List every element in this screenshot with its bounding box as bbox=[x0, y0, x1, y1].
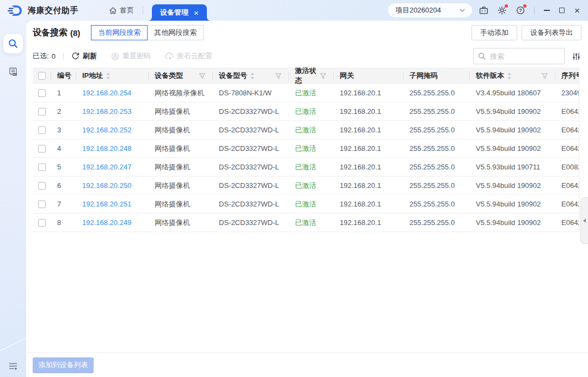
cell-serial: E0642 bbox=[555, 126, 579, 134]
segment-current-subnet[interactable]: 当前网段搜索 bbox=[91, 25, 148, 40]
column-divider bbox=[51, 72, 51, 80]
ip-link[interactable]: 192.168.20.253 bbox=[82, 107, 131, 115]
cell-serial: E0642 bbox=[555, 200, 579, 208]
cell-num: 3 bbox=[51, 126, 76, 134]
add-to-device-list-button[interactable]: 添加到设备列表 bbox=[33, 357, 94, 373]
arrow-left-icon bbox=[583, 218, 586, 223]
cell-text: 已激活 bbox=[295, 162, 316, 172]
minimize-button[interactable] bbox=[539, 3, 554, 18]
manual-add-button[interactable]: 手动添加 bbox=[471, 25, 517, 40]
column-label: 网关 bbox=[340, 71, 354, 81]
row-checkbox[interactable] bbox=[38, 163, 46, 171]
reset-password-label: 重置密码 bbox=[122, 51, 151, 61]
table-row: 4192.168.20.248网络摄像机DS-2CD3327WD-L已激活192… bbox=[33, 139, 579, 158]
cell-text: DS-2CD3327WD-L bbox=[219, 218, 279, 227]
ip-link[interactable]: 192.168.20.248 bbox=[82, 144, 131, 153]
export-device-list-button[interactable]: 设备列表导出 bbox=[522, 25, 581, 40]
cell-text: V5.5.94build 190902 bbox=[476, 107, 541, 115]
column-header-model: 设备型号 bbox=[212, 68, 289, 84]
help-icon[interactable]: ? bbox=[513, 3, 528, 17]
sort-icon[interactable] bbox=[106, 72, 111, 80]
row-checkbox[interactable] bbox=[38, 108, 46, 115]
ip-link[interactable]: 192.168.20.254 bbox=[82, 89, 131, 97]
close-button[interactable]: × bbox=[569, 3, 585, 18]
cell-version: V5.5.94build 190902 bbox=[469, 126, 555, 134]
cell-serial: E0642 bbox=[555, 218, 579, 227]
maximize-button[interactable] bbox=[554, 3, 569, 18]
selected-count: 0 bbox=[52, 52, 56, 60]
row-checkbox[interactable] bbox=[38, 182, 46, 190]
cell-text: 255.255.255.0 bbox=[409, 126, 455, 134]
cell-text: 23049 bbox=[561, 89, 579, 97]
cell-text: 3 bbox=[57, 126, 61, 134]
project-selector[interactable]: 项目20260204 bbox=[388, 3, 472, 17]
cell-status: 已激活 bbox=[289, 181, 333, 191]
ip-link[interactable]: 192.168.20.249 bbox=[82, 218, 131, 227]
row-checkbox[interactable] bbox=[38, 219, 46, 227]
refresh-icon bbox=[71, 52, 79, 60]
tab-device-management[interactable]: 设备管理 × bbox=[152, 4, 207, 21]
cell-text: 已激活 bbox=[295, 218, 316, 228]
segment-other-subnet[interactable]: 其他网段搜索 bbox=[147, 25, 204, 40]
select-all-checkbox[interactable] bbox=[38, 72, 46, 80]
table-row: 8192.168.20.249网络摄像机DS-2CD3327WD-L已激活192… bbox=[33, 214, 579, 232]
cell-text: E0642 bbox=[561, 181, 579, 190]
cell-gateway: 192.168.20.1 bbox=[333, 89, 403, 97]
cloud-config-label: 萤石云配置 bbox=[177, 51, 212, 61]
column-label: 编号 bbox=[57, 71, 71, 81]
tab-close-icon[interactable]: × bbox=[194, 9, 199, 17]
row-checkbox[interactable] bbox=[38, 200, 46, 208]
column-header-mask: 子网掩码 bbox=[403, 68, 469, 84]
cell-version: V5.5.94build 190902 bbox=[469, 144, 555, 153]
cell-serial: E0642 bbox=[555, 181, 579, 190]
ip-link[interactable]: 192.168.20.250 bbox=[82, 181, 131, 190]
row-checkbox[interactable] bbox=[38, 126, 46, 134]
filter-icon[interactable] bbox=[199, 72, 206, 80]
sidebar-item-device-list[interactable] bbox=[3, 62, 23, 82]
cell-type: 网络摄像机 bbox=[148, 144, 212, 154]
column-settings-icon[interactable] bbox=[572, 52, 580, 60]
app-window: 海康交付助手 首页 设备管理 × 项目20260204 bbox=[0, 0, 588, 377]
home-nav[interactable]: 首页 bbox=[109, 5, 134, 15]
cell-text: DS-2CD3327WD-L bbox=[219, 200, 279, 208]
ip-link[interactable]: 192.168.20.251 bbox=[82, 200, 131, 208]
cloud-config-button[interactable]: 萤石云配置 bbox=[165, 51, 212, 61]
settings-icon[interactable] bbox=[495, 3, 509, 17]
filter-icon[interactable] bbox=[275, 72, 282, 80]
sidebar-item-device-search[interactable] bbox=[3, 34, 23, 53]
cell-type: 网络视频录像机 bbox=[148, 88, 212, 98]
cell-num: 5 bbox=[51, 163, 76, 171]
app-title: 海康交付助手 bbox=[28, 5, 78, 16]
cell-serial: E0642 bbox=[555, 144, 579, 153]
cell-gateway: 192.168.20.1 bbox=[333, 181, 403, 190]
ip-link[interactable]: 192.168.20.247 bbox=[82, 163, 131, 171]
row-checkbox[interactable] bbox=[38, 145, 46, 153]
column-header-serial: 序列号 bbox=[555, 68, 579, 84]
table-row: 7192.168.20.251网络摄像机DS-2CD3327WD-L已激活192… bbox=[33, 195, 579, 214]
reset-password-button[interactable]: 重置密码 bbox=[111, 51, 151, 61]
row-checkbox[interactable] bbox=[38, 89, 46, 97]
column-header-gateway: 网关 bbox=[333, 68, 403, 84]
cell-text: DS-2CD3327WD-L bbox=[219, 181, 279, 190]
filter-icon[interactable] bbox=[541, 72, 548, 80]
cell-text: 已激活 bbox=[295, 125, 316, 135]
column-header-type: 设备类型 bbox=[148, 68, 212, 84]
cell-mask: 255.255.255.0 bbox=[403, 107, 469, 115]
column-header-version: 软件版本 bbox=[469, 68, 555, 84]
side-drawer-handle[interactable] bbox=[580, 197, 588, 244]
toolbox-icon[interactable] bbox=[476, 3, 491, 17]
sort-icon[interactable] bbox=[250, 72, 255, 80]
filter-icon[interactable] bbox=[320, 72, 327, 80]
sidebar-menu-icon[interactable] bbox=[8, 362, 18, 370]
sort-icon[interactable] bbox=[507, 72, 512, 80]
column-divider bbox=[289, 72, 289, 80]
refresh-button[interactable]: 刷新 bbox=[71, 51, 97, 61]
cell-version: V5.5.94build 190902 bbox=[469, 218, 555, 227]
cell-status: 已激活 bbox=[289, 88, 333, 98]
search-input[interactable] bbox=[473, 48, 565, 64]
titlebar: 海康交付助手 首页 设备管理 × 项目20260204 bbox=[0, 0, 588, 21]
chevron-down-icon bbox=[460, 9, 465, 12]
cell-text: DS-7808N-K1/W bbox=[219, 89, 272, 97]
ip-link[interactable]: 192.168.20.252 bbox=[82, 126, 131, 134]
cell-model: DS-2CD3327WD-L bbox=[212, 144, 289, 153]
